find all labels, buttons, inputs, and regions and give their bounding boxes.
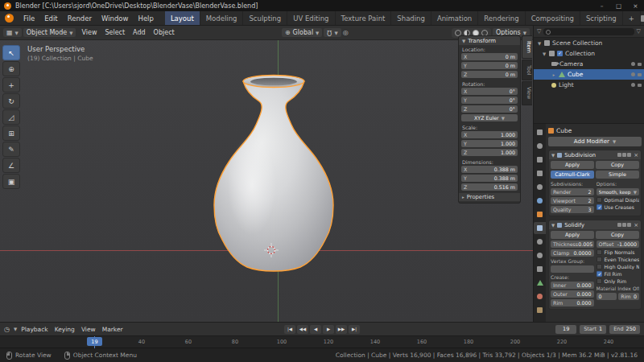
workspace-tab[interactable]: +: [623, 11, 641, 25]
timeline-menu-item[interactable]: Playback: [21, 326, 47, 333]
tab-object-data[interactable]: [534, 277, 546, 289]
dimensions-y-field[interactable]: Y0.388 m: [461, 175, 518, 182]
viewport-menu-item[interactable]: View: [77, 29, 101, 36]
workspace-tab[interactable]: Sculpting: [243, 11, 287, 25]
collection-checkbox[interactable]: ✓: [557, 51, 563, 56]
use-creases-checkbox[interactable]: Use Creases: [597, 204, 640, 210]
tab-tool-settings[interactable]: [534, 126, 546, 138]
tab-world[interactable]: [534, 195, 546, 207]
tab-output[interactable]: [534, 154, 546, 166]
tab-material[interactable]: [534, 290, 546, 302]
vertex-group-field[interactable]: [551, 265, 594, 273]
caret-down-icon[interactable]: ▼: [542, 51, 547, 56]
transport-button[interactable]: |◀: [284, 325, 295, 334]
topbar-menu-item[interactable]: Help: [133, 11, 158, 25]
offset-field[interactable]: Offset-1.0000: [597, 241, 640, 248]
disable-render-icon[interactable]: [638, 84, 642, 87]
funnel-icon[interactable]: ▽: [637, 28, 641, 35]
transport-button[interactable]: ▶: [323, 325, 334, 334]
frame-end-field[interactable]: End250: [609, 325, 640, 334]
realtime-toggle-icon[interactable]: [622, 153, 626, 157]
simple-toggle[interactable]: Simple: [596, 171, 639, 179]
workspace-tab[interactable]: Animation: [431, 11, 478, 25]
topbar-menu-item[interactable]: Window: [97, 11, 134, 25]
crease-rim-field[interactable]: Rim0.000: [551, 299, 594, 306]
render-levels-field[interactable]: Render2: [551, 188, 594, 195]
rotation-y-field[interactable]: Y0°: [461, 97, 518, 104]
render-toggle-icon[interactable]: [627, 223, 631, 227]
material-index-field[interactable]: 0: [597, 293, 617, 300]
catmull-clark-toggle[interactable]: Catmull-Clark: [551, 171, 594, 179]
tab-texture[interactable]: [534, 304, 546, 316]
tool-button[interactable]: ↻: [2, 93, 20, 109]
realtime-toggle-icon[interactable]: [622, 223, 626, 227]
caret-right-icon[interactable]: ▸: [551, 72, 556, 77]
disable-render-icon[interactable]: [638, 73, 642, 76]
outliner-row-light[interactable]: Light: [534, 80, 644, 90]
tab-physics[interactable]: [534, 249, 546, 261]
mode-dropdown[interactable]: Object Mode▼: [23, 28, 76, 37]
tool-button[interactable]: ◿: [2, 109, 20, 125]
topbar-menu-item[interactable]: File: [19, 11, 39, 25]
viewport-3d[interactable]: ▦▼ Object Mode▼ ViewSelectAddObject ⊕Glo…: [0, 26, 533, 322]
hide-eye-icon[interactable]: [631, 83, 635, 87]
hide-eye-icon[interactable]: [631, 72, 635, 76]
tool-button[interactable]: +: [2, 77, 20, 93]
location-z-field[interactable]: Z0 m: [461, 71, 518, 78]
tab-tool[interactable]: Tool: [522, 60, 532, 81]
outliner-row-collection[interactable]: ▼ ✓ Collection: [534, 48, 644, 59]
tool-button[interactable]: ∠: [2, 158, 20, 173]
viewport-levels-field[interactable]: Viewport2: [551, 197, 594, 204]
viewport-menu-item[interactable]: Add: [129, 29, 150, 36]
location-y-field[interactable]: Y0 m: [461, 62, 518, 69]
timeline-editor-icon[interactable]: ◷: [4, 326, 10, 333]
frame-start-field[interactable]: Start1: [580, 325, 606, 334]
breadcrumb-object-name[interactable]: Cube: [556, 127, 572, 134]
transport-button[interactable]: ◀: [310, 325, 321, 334]
maximize-button[interactable]: □: [610, 0, 627, 11]
solidify-modifier-header[interactable]: ▼ Solidify ×: [549, 220, 641, 229]
scene-selector[interactable]: Scene ×: [641, 14, 644, 22]
workspace-tab[interactable]: Shading: [391, 11, 431, 25]
location-x-field[interactable]: X0 m: [461, 53, 518, 60]
workspace-tab[interactable]: Modeling: [200, 11, 244, 25]
blender-menu-icon[interactable]: [5, 14, 14, 23]
hide-eye-icon[interactable]: [631, 62, 635, 66]
properties-panel-collapsed[interactable]: ▸Properties: [459, 193, 520, 201]
fill-rim-checkbox[interactable]: Fill Rim: [597, 271, 640, 277]
transport-button[interactable]: ▶▶: [336, 325, 347, 334]
tab-modifiers[interactable]: [534, 222, 546, 234]
tab-scene[interactable]: [534, 181, 546, 193]
material-rim-field[interactable]: Rim0: [618, 293, 639, 300]
scale-x-field[interactable]: X1.000: [461, 131, 518, 138]
flip-normals-checkbox[interactable]: Flip Normals: [597, 249, 640, 255]
caret-down-icon[interactable]: ▼: [537, 41, 542, 46]
thickness-field[interactable]: Thickness0.005 m: [551, 241, 594, 248]
tab-object[interactable]: [534, 208, 546, 220]
dimensions-z-field[interactable]: Z0.516 m: [461, 183, 518, 191]
disable-render-icon[interactable]: [638, 63, 642, 66]
crease-inner-field[interactable]: Inner0.000: [551, 282, 594, 289]
apply-button[interactable]: Apply: [551, 231, 594, 239]
tool-button[interactable]: ▣: [2, 174, 20, 189]
outliner-row-cube[interactable]: ▸ Cube: [534, 69, 644, 80]
tab-render[interactable]: [534, 140, 546, 152]
transport-button[interactable]: ◀◀: [297, 325, 308, 334]
workspace-tab[interactable]: Scripting: [580, 11, 623, 25]
vase-object[interactable]: [197, 48, 350, 282]
scale-y-field[interactable]: Y1.000: [461, 140, 518, 147]
workspace-tab[interactable]: UV Editing: [287, 11, 335, 25]
rotation-x-field[interactable]: X0°: [461, 88, 518, 95]
close-button[interactable]: ×: [627, 0, 644, 11]
render-toggle-icon[interactable]: [627, 153, 631, 157]
tab-view-layer[interactable]: [534, 167, 546, 179]
minimize-button[interactable]: –: [593, 0, 610, 11]
edit-mode-toggle-icon[interactable]: [617, 223, 621, 227]
tool-button[interactable]: ↖: [2, 45, 20, 60]
timeline-menu-item[interactable]: View: [81, 326, 96, 333]
workspace-tab[interactable]: Texture Paint: [336, 11, 392, 25]
tab-constraints[interactable]: [534, 263, 546, 275]
workspace-tab[interactable]: Compositing: [526, 11, 580, 25]
timeline-menu-item[interactable]: Keying: [55, 326, 75, 333]
edit-mode-toggle-icon[interactable]: [617, 153, 621, 157]
